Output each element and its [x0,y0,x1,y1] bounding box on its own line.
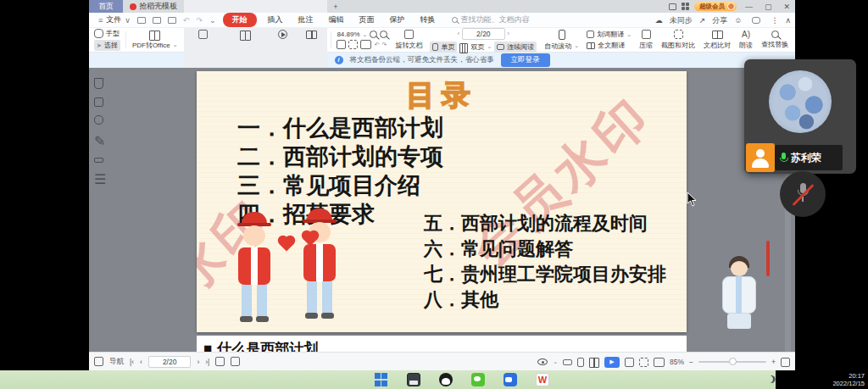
zoom-in-button[interactable]: + [771,358,776,366]
compress-button[interactable]: 压缩 [635,29,657,51]
pdf-to-office-button[interactable]: PDF转Office⌄ [128,29,182,51]
menu-protect[interactable]: 保护 [382,14,413,25]
menu-page[interactable]: 页面 [352,14,382,25]
meeting-participant-panel[interactable]: 苏利荣 [744,59,856,174]
new-tab-button[interactable]: + [327,0,343,13]
comment-bubble-icon[interactable] [752,17,760,24]
last-page-icon[interactable]: ›| [205,358,209,366]
layout-icon[interactable] [669,3,676,10]
export-image-icon[interactable] [94,97,103,107]
cloud-sync-icon[interactable]: ☁ [655,16,663,25]
next-page-icon[interactable]: › [508,31,509,36]
zoom-dropdown-icon[interactable]: ⌄ [363,31,368,38]
nav-label[interactable]: 导航 [109,357,124,367]
fit-width-icon[interactable] [360,40,371,49]
single-view-icon[interactable] [577,358,584,367]
fit-width-icon[interactable] [654,358,665,367]
wechat-icon[interactable] [471,373,485,386]
full-translate-button[interactable]: 全文翻译 [587,41,632,50]
menu-file[interactable]: 文件 [106,14,121,25]
mute-toggle-button[interactable] [780,171,826,217]
rotate-left-icon[interactable]: ↶ [374,42,379,48]
more-icon[interactable]: ⋮ [771,16,778,25]
share-label[interactable]: 分享 [712,15,727,26]
fit-actual-icon[interactable] [337,40,346,49]
first-page-icon[interactable]: |‹ [130,358,134,366]
sync-label[interactable]: 未同步 [670,15,693,26]
minimize-button[interactable]: — [742,3,756,11]
page-number-input[interactable]: 2/20 [148,356,192,368]
save-icon[interactable] [153,17,161,24]
next-view-icon[interactable] [231,357,240,366]
zoom-slider[interactable] [698,361,766,363]
collapse-ribbon-icon[interactable]: ∧ [785,16,791,25]
eye-protect-icon[interactable] [537,358,548,365]
menu-edit[interactable]: 编辑 [321,14,352,25]
comment-icon[interactable] [94,115,103,125]
moon-tray-icon[interactable] [765,375,773,383]
sidebar-more-icon[interactable]: ☰ [94,171,106,187]
zoom-out-button[interactable]: − [689,358,693,366]
fit-actual-icon[interactable] [625,358,634,367]
auto-scroll-button[interactable]: 自动滚动⌄ [540,29,583,51]
zoom-out-icon[interactable] [370,31,377,38]
maximize-button[interactable]: ▢ [761,3,776,11]
menu-comment[interactable]: 批注 [291,14,321,25]
zoom-in-icon[interactable] [380,31,387,38]
doc-compare-button[interactable]: 文档比对 [699,29,735,51]
start-button[interactable] [375,373,388,386]
print-icon[interactable] [168,17,176,24]
word-translate-button[interactable]: 划词翻译⌄ [587,30,632,39]
open-icon[interactable] [137,17,146,24]
smiley-icon[interactable]: ☺ [734,16,742,25]
tab-home[interactable]: 首页 [89,0,123,13]
tab-template[interactable]: 抢稻壳模板 [123,0,184,13]
undo-icon[interactable]: ↶ [183,16,190,25]
rotate-right-icon[interactable]: ↷ [381,42,387,48]
slide-page[interactable]: 目录 会员水印 会员水印 一．什么是西部计划 二．西部计划的专项 三．常见项目介… [197,71,687,332]
toolbar-page-indicator[interactable]: 2/20 [462,28,505,40]
wps-icon[interactable]: W [536,373,549,386]
member-pill[interactable]: 超级会员 [694,2,737,11]
quickbar-dropdown-icon[interactable]: ⌄ [209,16,216,25]
prev-view-icon[interactable] [215,357,225,366]
qq-icon[interactable] [439,373,453,386]
rotate-doc-button[interactable]: 旋转文档 [391,29,426,51]
next-page-icon[interactable]: › [197,358,199,366]
search-box[interactable]: 查找功能、文档内容 [452,14,530,25]
fullscreen-icon[interactable] [781,358,790,367]
zoom-slider-knob[interactable] [729,358,737,365]
double-page-button[interactable]: 双页⌄ [459,42,492,52]
redo-icon[interactable]: ↷ [196,16,203,25]
close-button[interactable]: ✕ [780,3,793,11]
continuous-read-button[interactable]: 连续阅读 [494,42,537,53]
bookmark-icon[interactable] [94,78,103,89]
prev-page-icon[interactable]: ‹ [140,358,142,366]
menu-convert[interactable]: 转换 [413,14,443,25]
hamburger-icon[interactable]: ≡ [98,16,103,25]
eye-dropdown-icon[interactable]: ⌄ [553,358,558,365]
next-page-partial[interactable]: ■ 什么是西部计划 [197,336,687,352]
read-aloud-button[interactable]: A) 朗读 [735,29,757,51]
zoom-percent[interactable]: 85% [670,358,684,366]
screenshot-compare-button[interactable]: 截图和对比 [657,29,699,51]
zoom-value[interactable]: 84.89% [337,31,359,38]
apps-grid-icon[interactable] [682,3,689,10]
prev-page-icon[interactable]: ‹ [458,31,459,36]
highlighter-icon[interactable] [94,158,103,163]
login-now-button[interactable]: 立即登录 [501,53,550,67]
select-tool[interactable]: ➤选择 [94,40,120,51]
nav-panel-icon[interactable] [94,357,103,366]
participant-view-button[interactable] [746,143,775,172]
single-page-button[interactable]: 单页 [430,42,457,53]
file-explorer-icon[interactable] [407,373,420,386]
find-replace-button[interactable]: 查找替换 [757,29,793,51]
menu-insert[interactable]: 插入 [260,14,291,25]
hand-tool[interactable]: 手型 [94,29,120,38]
slideshow-button[interactable]: ▶ [604,357,620,368]
edit-pen-icon[interactable]: ✎ [94,133,106,149]
fit-page-icon[interactable] [348,40,358,49]
system-clock[interactable]: 20:17 2022/12/15 [832,372,865,387]
double-view-icon[interactable] [589,358,599,366]
meeting-app-icon[interactable] [504,373,517,386]
